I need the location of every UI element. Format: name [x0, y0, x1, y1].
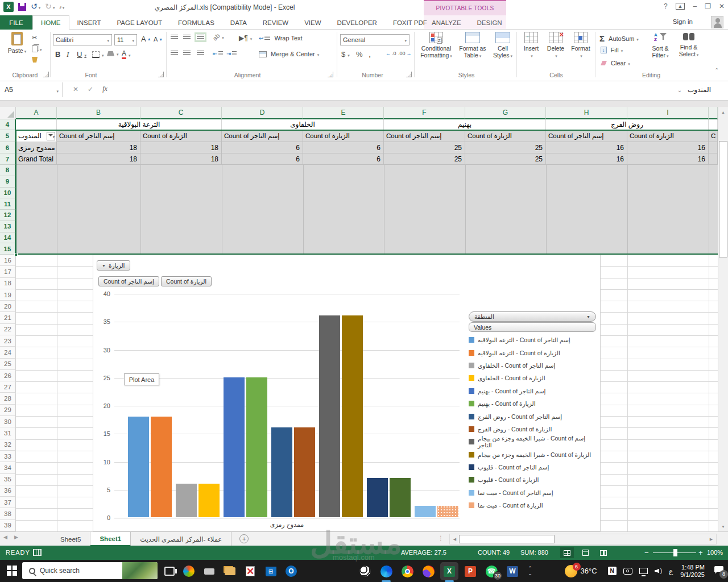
select-all-corner[interactable]: [0, 107, 16, 119]
decrease-font-icon[interactable]: A▼: [154, 36, 163, 43]
clipboard-launcher[interactable]: [43, 72, 49, 77]
decrease-indent-icon[interactable]: ⇤: [213, 51, 223, 57]
close-icon[interactable]: ✕: [719, 2, 725, 10]
scroll-right-icon[interactable]: ▶: [706, 535, 716, 543]
clear-button[interactable]: Clear: [601, 60, 630, 66]
row-header-37[interactable]: 37: [0, 497, 16, 508]
legend-item[interactable]: روض الفرج - Count of إسم التاجر: [469, 410, 596, 422]
customize-qat-icon[interactable]: ⸗: [60, 4, 65, 10]
scroll-up-icon[interactable]: ▲: [718, 107, 728, 117]
legend-item[interactable]: الترعه البولاقيه - Count of الزيارة: [469, 346, 596, 359]
bar[interactable]: [151, 417, 172, 517]
pivot-value-cell[interactable]: 18: [57, 142, 140, 153]
row-header-32[interactable]: 32: [0, 439, 16, 451]
pivot-value-cell[interactable]: 25: [384, 153, 465, 165]
name-box[interactable]: A5: [0, 82, 63, 97]
row-header-6[interactable]: 6: [0, 142, 16, 153]
vertical-scrollbar[interactable]: ▲ ▼: [718, 107, 728, 531]
pivot-value-cell[interactable]: 16: [627, 153, 709, 165]
legend-item[interactable]: بهنيم - Count of إسم التاجر: [469, 385, 596, 397]
increase-indent-icon[interactable]: ⇥: [226, 51, 237, 57]
pivot-value-cell[interactable]: 16: [627, 142, 709, 153]
bar[interactable]: [176, 484, 197, 517]
column-header-F[interactable]: F: [384, 107, 465, 119]
formula-expand-icon[interactable]: ⌄: [677, 87, 682, 93]
row-header-38[interactable]: 38: [0, 508, 16, 519]
cancel-icon[interactable]: ✕: [73, 85, 78, 93]
collapse-ribbon-icon[interactable]: ⌃: [714, 67, 719, 73]
vertical-scroll-thumb[interactable]: [719, 141, 727, 257]
selected-empty-rows[interactable]: [16, 165, 718, 255]
row-header-30[interactable]: 30: [0, 416, 16, 427]
font-color-icon[interactable]: A: [122, 49, 131, 59]
tab-formulas[interactable]: FORMULAS: [170, 15, 222, 30]
powerpoint-icon[interactable]: P: [464, 564, 477, 578]
tab-file[interactable]: FILE: [0, 15, 32, 30]
row-header-7[interactable]: 7: [0, 153, 16, 165]
number-launcher[interactable]: [406, 72, 412, 77]
underline-button[interactable]: U: [77, 50, 86, 59]
pivot-value-cell[interactable]: 16: [546, 142, 627, 153]
start-button[interactable]: [7, 566, 17, 576]
legend-item[interactable]: شبرا الخيمه وجزء من بيجام - Count of الز…: [469, 448, 596, 461]
bold-button[interactable]: B: [55, 50, 60, 59]
fill-color-icon[interactable]: [107, 50, 119, 57]
conditional-formatting-button[interactable]: ≠ ConditionalFormatting: [420, 32, 453, 60]
row-header-26[interactable]: 26: [0, 370, 16, 381]
column-header-H[interactable]: H: [546, 107, 627, 119]
tab-insert[interactable]: INSERT: [69, 15, 109, 30]
tab-developer[interactable]: DEVELOPER: [329, 15, 385, 30]
row-header-34[interactable]: 34: [0, 462, 16, 473]
pivot-value-header[interactable]: Count of الزيارة: [465, 130, 546, 142]
row-header-27[interactable]: 27: [0, 381, 16, 393]
tab-home[interactable]: HOME: [32, 15, 69, 30]
pivot-value-header[interactable]: Count of الزيارة: [140, 130, 222, 142]
row-header-21[interactable]: 21: [0, 312, 16, 323]
tab-analyze[interactable]: ANALYZE: [424, 15, 469, 30]
row-header-29[interactable]: 29: [0, 405, 16, 416]
pivot-value-cell[interactable]: 6: [303, 153, 384, 165]
row-header-24[interactable]: 24: [0, 347, 16, 358]
orientation-icon[interactable]: ab: [213, 34, 224, 40]
borders-icon[interactable]: [92, 51, 104, 58]
row-header-5[interactable]: 5: [0, 130, 16, 142]
cell-A4[interactable]: [16, 119, 57, 130]
row-header-16[interactable]: 16: [0, 255, 16, 266]
clock[interactable]: 1:48 PM9/1/2025: [680, 564, 705, 579]
row-header-39[interactable]: 39: [0, 520, 16, 531]
row-header-14[interactable]: 14: [0, 232, 16, 244]
fill-button[interactable]: ↓ Fill: [601, 47, 623, 53]
align-bottom-icon[interactable]: [197, 35, 204, 40]
region-header[interactable]: بهنيم: [384, 119, 546, 130]
enter-icon[interactable]: ✓: [88, 85, 93, 93]
firefox-icon[interactable]: [421, 564, 435, 578]
chart-filter-button[interactable]: ▼ الزيارة: [97, 260, 130, 271]
column-header-A[interactable]: A: [16, 107, 57, 119]
horizontal-scrollbar[interactable]: ◀ ▶: [449, 534, 717, 544]
page-layout-view-icon[interactable]: [578, 547, 592, 558]
format-painter-icon[interactable]: [32, 57, 38, 63]
cell-J5-partial[interactable]: C: [709, 130, 718, 142]
tab-page-layout[interactable]: PAGE LAYOUT: [109, 15, 169, 30]
football-icon[interactable]: [358, 564, 372, 578]
row-header-17[interactable]: 17: [0, 266, 16, 277]
currency-icon[interactable]: $: [341, 50, 350, 59]
avatar[interactable]: [711, 16, 723, 28]
region-header[interactable]: الترعة البولاقية: [57, 119, 222, 130]
increase-decimal-icon[interactable]: ←.0: [386, 51, 396, 56]
search-weather-image[interactable]: [122, 562, 158, 579]
delete-cells-button[interactable]: × Delete: [544, 32, 568, 60]
sheet-tab-sheet5[interactable]: Sheet5: [51, 532, 90, 546]
italic-button[interactable]: I: [67, 50, 69, 59]
row-header-31[interactable]: 31: [0, 427, 16, 439]
pivot-value-header[interactable]: Count of إسم التاجر: [384, 130, 465, 142]
help-icon[interactable]: ?: [664, 2, 668, 10]
bar[interactable]: [246, 377, 267, 517]
scroll-left-icon[interactable]: ◀: [450, 535, 460, 543]
copilot-icon[interactable]: [182, 564, 196, 578]
restore-icon[interactable]: ❐: [705, 2, 711, 10]
row-header-9[interactable]: 9: [0, 176, 16, 188]
bar[interactable]: [294, 427, 315, 517]
spreadsheet-grid[interactable]: ABCDEFGHI 456789101112131415161718192021…: [0, 107, 728, 531]
edge-icon[interactable]: [379, 564, 393, 578]
